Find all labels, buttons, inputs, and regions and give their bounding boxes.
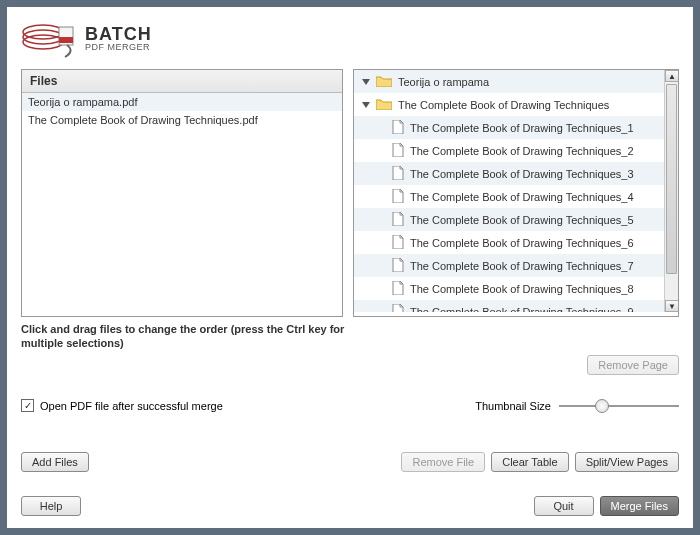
tree-page[interactable]: The Complete Book of Drawing Techniques_… — [354, 231, 664, 254]
logo-area: BATCH PDF MERGER — [21, 17, 679, 59]
add-files-button[interactable]: Add Files — [21, 452, 89, 472]
tree-page-label: The Complete Book of Drawing Techniques_… — [410, 122, 658, 134]
file-row[interactable]: Teorija o rampama.pdf — [22, 93, 342, 111]
files-panel-header: Files — [22, 70, 342, 93]
tree-folder-label: The Complete Book of Drawing Techniques — [398, 99, 658, 111]
tree-page-label: The Complete Book of Drawing Techniques_… — [410, 306, 658, 313]
tree-scrollbar[interactable]: ▲ ▼ — [664, 70, 678, 312]
tree-page[interactable]: The Complete Book of Drawing Techniques_… — [354, 277, 664, 300]
scroll-thumb[interactable] — [666, 84, 677, 274]
expand-icon[interactable] — [362, 79, 370, 85]
tree-page[interactable]: The Complete Book of Drawing Techniques_… — [354, 162, 664, 185]
pages-tree-panel: Teorija o rampama The Complete Book of D… — [353, 69, 679, 317]
expand-icon[interactable] — [362, 102, 370, 108]
remove-page-button[interactable]: Remove Page — [587, 355, 679, 375]
help-button[interactable]: Help — [21, 496, 81, 516]
clear-table-button[interactable]: Clear Table — [491, 452, 568, 472]
svg-rect-4 — [59, 37, 73, 43]
thumbnail-size-slider[interactable] — [559, 397, 679, 415]
folder-icon — [376, 98, 392, 112]
tree-page[interactable]: The Complete Book of Drawing Techniques_… — [354, 116, 664, 139]
split-view-pages-button[interactable]: Split/View Pages — [575, 452, 679, 472]
tree-page[interactable]: The Complete Book of Drawing Techniques_… — [354, 300, 664, 312]
page-icon — [392, 189, 404, 205]
tree-page-label: The Complete Book of Drawing Techniques_… — [410, 237, 658, 249]
slider-thumb[interactable] — [595, 399, 609, 413]
tree-page[interactable]: The Complete Book of Drawing Techniques_… — [354, 208, 664, 231]
tree-page-label: The Complete Book of Drawing Techniques_… — [410, 214, 658, 226]
app-title: BATCH — [85, 25, 152, 43]
quit-button[interactable]: Quit — [534, 496, 594, 516]
app-window: BATCH PDF MERGER Files Teorija o rampama… — [7, 7, 693, 528]
open-after-merge-label: Open PDF file after successful merge — [40, 400, 223, 412]
page-icon — [392, 281, 404, 297]
page-icon — [392, 258, 404, 274]
tree-page-label: The Complete Book of Drawing Techniques_… — [410, 260, 658, 272]
tree-page-label: The Complete Book of Drawing Techniques_… — [410, 168, 658, 180]
folder-icon — [376, 75, 392, 89]
tree-folder-label: Teorija o rampama — [398, 76, 658, 88]
tree-folder[interactable]: The Complete Book of Drawing Techniques — [354, 93, 664, 116]
app-subtitle: PDF MERGER — [85, 43, 152, 52]
files-panel: Files Teorija o rampama.pdf The Complete… — [21, 69, 343, 317]
pages-tree[interactable]: Teorija o rampama The Complete Book of D… — [354, 70, 678, 312]
scroll-up-icon[interactable]: ▲ — [665, 70, 678, 82]
page-icon — [392, 143, 404, 159]
thumbnail-size-label: Thumbnail Size — [475, 400, 551, 412]
page-icon — [392, 304, 404, 313]
tree-page-label: The Complete Book of Drawing Techniques_… — [410, 191, 658, 203]
page-icon — [392, 120, 404, 136]
tree-page[interactable]: The Complete Book of Drawing Techniques_… — [354, 139, 664, 162]
files-list[interactable]: Teorija o rampama.pdf The Complete Book … — [22, 93, 342, 316]
tree-page[interactable]: The Complete Book of Drawing Techniques_… — [354, 254, 664, 277]
tree-folder[interactable]: Teorija o rampama — [354, 70, 664, 93]
page-icon — [392, 212, 404, 228]
app-logo-icon — [21, 17, 79, 59]
remove-file-button[interactable]: Remove File — [401, 452, 485, 472]
tree-page-label: The Complete Book of Drawing Techniques_… — [410, 145, 658, 157]
scroll-down-icon[interactable]: ▼ — [665, 300, 678, 312]
tree-page-label: The Complete Book of Drawing Techniques_… — [410, 283, 658, 295]
app-logo-text: BATCH PDF MERGER — [85, 25, 152, 52]
reorder-hint: Click and drag files to change the order… — [21, 323, 361, 351]
page-icon — [392, 235, 404, 251]
merge-files-button[interactable]: Merge Files — [600, 496, 679, 516]
tree-page[interactable]: The Complete Book of Drawing Techniques_… — [354, 185, 664, 208]
page-icon — [392, 166, 404, 182]
file-row[interactable]: The Complete Book of Drawing Techniques.… — [22, 111, 342, 129]
open-after-merge-checkbox[interactable]: ✓ — [21, 399, 34, 412]
